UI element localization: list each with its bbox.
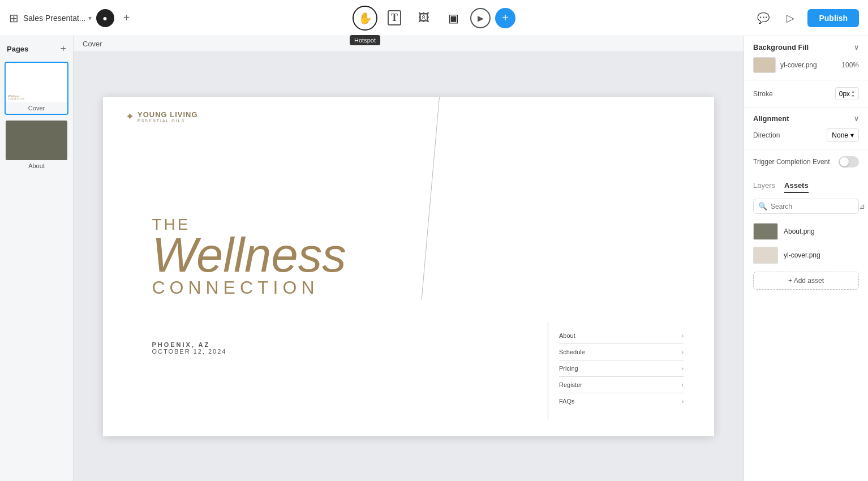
text-icon: T [388, 10, 401, 25]
stroke-spinner[interactable]: ▲ ▼ [851, 89, 855, 98]
stroke-section: Stroke 0px ▲ ▼ [744, 80, 868, 108]
hotspot-tooltip: Hotspot [350, 35, 380, 45]
stroke-label: Stroke [753, 90, 773, 98]
stroke-value: 0px [839, 90, 850, 98]
menu-register-arrow: › [682, 382, 684, 388]
add-element-button[interactable]: + [495, 8, 515, 28]
hotspot-icon: ✋ [358, 11, 372, 25]
trigger-label: Trigger Completion Event [753, 158, 830, 166]
trigger-toggle[interactable] [839, 156, 859, 168]
grid-icon[interactable]: ⊞ [9, 11, 19, 25]
background-fill-section: Background Fill ∨ yl-cover.png 100% [744, 36, 868, 80]
bg-filename: yl-cover.png [780, 61, 837, 69]
assets-tabs: Layers Assets [744, 181, 868, 193]
tab-layers[interactable]: Layers [753, 181, 775, 193]
image-tool-button[interactable]: 🖼 [411, 6, 436, 31]
bg-fill-row: yl-cover.png 100% [753, 57, 859, 73]
yl-logo: ✦ YOUNG LIVING ESSENTIAL OILS [126, 110, 198, 123]
diagonal-line [422, 97, 440, 300]
slide-title-area: THE Wellness CONNECTION [152, 216, 346, 298]
project-chevron: ▾ [88, 14, 92, 22]
slide-menu: About › Schedule › Pricing › Register [559, 328, 684, 409]
direction-dropdown-arrow: ▾ [850, 131, 854, 139]
menu-pricing-arrow: › [682, 366, 684, 372]
menu-pricing-label: Pricing [559, 365, 578, 372]
slide-location: PHOENIX, AZ OCTOBER 12, 2024 [152, 341, 226, 355]
assets-search-bar: 🔍 ⊿ [753, 199, 859, 214]
asset-item-about[interactable]: About.png [744, 220, 868, 243]
direction-select[interactable]: None ▾ [827, 128, 859, 142]
menu-item-schedule[interactable]: Schedule › [559, 344, 684, 360]
alignment-title: Alignment [753, 114, 789, 123]
stroke-row: Stroke 0px ▲ ▼ [753, 87, 859, 100]
menu-faqs-label: FAQs [559, 398, 575, 405]
cover-page-label: Cover [6, 105, 67, 114]
toggle-knob [840, 157, 849, 166]
menu-item-faqs[interactable]: FAQs › [559, 393, 684, 409]
image-icon: 🖼 [418, 11, 429, 24]
project-title: Sales Presentat... [23, 14, 86, 23]
brand-name: YOUNG LIVING [137, 110, 198, 119]
filter-icon[interactable]: ⊿ [859, 202, 865, 211]
cover-mini-preview: Wellness CONNECTION [6, 63, 67, 102]
breadcrumb-text: Cover [83, 40, 102, 48]
slide-inner: ✦ YOUNG LIVING ESSENTIAL OILS THE Wellne… [103, 97, 714, 436]
trigger-section: Trigger Completion Event [744, 149, 868, 174]
brand-sub: ESSENTIAL OILS [137, 119, 198, 123]
alignment-section: Alignment ∨ Direction None ▾ [744, 108, 868, 149]
menu-item-about[interactable]: About › [559, 328, 684, 344]
menu-about-arrow: › [682, 333, 684, 339]
pages-sidebar: Pages + Wellness CONNECTION Cover About [0, 36, 74, 481]
main-area: Pages + Wellness CONNECTION Cover About … [0, 36, 868, 481]
preview-button[interactable]: ▷ [780, 8, 801, 28]
menu-item-pricing[interactable]: Pricing › [559, 360, 684, 377]
pages-title: Pages [7, 45, 28, 53]
alignment-chevron[interactable]: ∨ [854, 115, 859, 123]
stroke-up-arrow[interactable]: ▲ [851, 89, 855, 93]
bg-opacity: 100% [841, 61, 859, 69]
right-panel: Background Fill ∨ yl-cover.png 100% Stro… [744, 36, 868, 481]
stroke-down-arrow[interactable]: ▼ [851, 94, 855, 98]
bg-thumbnail [753, 57, 776, 73]
background-fill-header: Background Fill ∨ [753, 43, 859, 51]
canvas-area: Cover ✦ YOUNG LIVING ESSENTIAL OILS [74, 36, 744, 481]
direction-row: Direction None ▾ [753, 128, 859, 142]
search-input[interactable] [771, 203, 856, 211]
asset-about-thumbnail [753, 223, 778, 240]
stroke-input[interactable]: 0px ▲ ▼ [835, 87, 859, 100]
cover-mini-sub: CONNECTION [8, 98, 25, 100]
add-project-button[interactable]: + [119, 10, 135, 26]
project-name[interactable]: Sales Presentat... ▾ [23, 14, 92, 23]
asset-item-yl-cover[interactable]: yl-cover.png [744, 243, 868, 267]
play-tool-button[interactable]: ▶ [470, 8, 491, 28]
pages-header: Pages + [5, 43, 68, 55]
page-thumbnail-cover[interactable]: Wellness CONNECTION Cover [5, 62, 68, 115]
comment-button[interactable]: 💬 [753, 8, 774, 28]
cover-thumb-image: Wellness CONNECTION [6, 63, 67, 102]
tab-assets[interactable]: Assets [784, 181, 809, 193]
slide-wellness: Wellness [152, 234, 346, 277]
page-thumbnail-about[interactable]: About [5, 119, 68, 173]
alignment-header: Alignment ∨ [753, 114, 859, 123]
asset-about-name: About.png [784, 227, 815, 235]
add-page-button[interactable]: + [60, 43, 66, 55]
menu-schedule-label: Schedule [559, 349, 585, 355]
menu-item-register[interactable]: Register › [559, 377, 684, 393]
transition-icon: ▣ [448, 11, 459, 25]
publish-button[interactable]: Publish [807, 9, 859, 27]
slide-date: OCTOBER 12, 2024 [152, 348, 226, 355]
slide-connection: CONNECTION [152, 277, 346, 298]
slide-canvas[interactable]: ✦ YOUNG LIVING ESSENTIAL OILS THE Wellne… [103, 97, 714, 436]
menu-schedule-arrow: › [682, 349, 684, 355]
transition-tool-button[interactable]: ▣ [441, 6, 466, 31]
play-icon: ▶ [478, 14, 484, 23]
text-tool-button[interactable]: T [382, 6, 407, 31]
breadcrumb: Cover [74, 36, 744, 52]
background-fill-chevron[interactable]: ∨ [854, 44, 859, 51]
monitor-icon[interactable]: ● [96, 9, 114, 27]
menu-about-label: About [559, 332, 575, 339]
hotspot-tool-button[interactable]: ✋ Hotspot [353, 6, 377, 31]
add-asset-button[interactable]: + Add asset [753, 272, 859, 290]
asset-cover-name: yl-cover.png [784, 251, 820, 259]
direction-label: Direction [753, 131, 780, 139]
